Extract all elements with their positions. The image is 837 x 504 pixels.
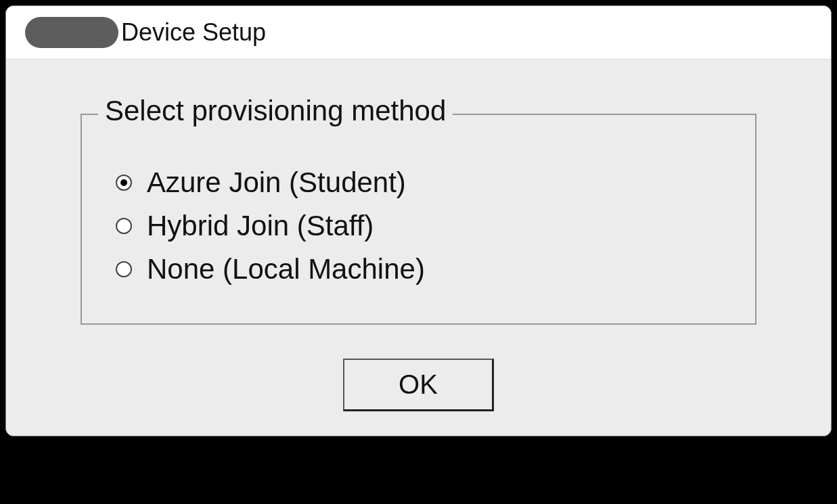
radio-option-hybrid-join[interactable]: Hybrid Join (Staff) [116,210,728,242]
radio-label: Hybrid Join (Staff) [147,210,374,242]
button-row: OK [81,359,756,411]
window-title: Device Setup [121,18,266,47]
radio-icon [116,218,132,234]
groupbox-legend: Select provisioning method [98,95,453,127]
dialog-body: Select provisioning method Azure Join (S… [6,60,831,436]
radio-icon [116,261,132,277]
titlebar: Device Setup [6,6,831,60]
radio-label: Azure Join (Student) [147,166,406,199]
radio-label: None (Local Machine) [147,253,425,285]
device-setup-dialog: Device Setup Select provisioning method … [5,5,832,436]
radio-option-none[interactable]: None (Local Machine) [116,253,728,285]
radio-option-azure-join[interactable]: Azure Join (Student) [116,166,728,199]
provisioning-method-group: Select provisioning method Azure Join (S… [81,114,756,325]
app-icon [25,17,118,48]
radio-icon [116,175,132,191]
ok-button[interactable]: OK [343,359,494,411]
